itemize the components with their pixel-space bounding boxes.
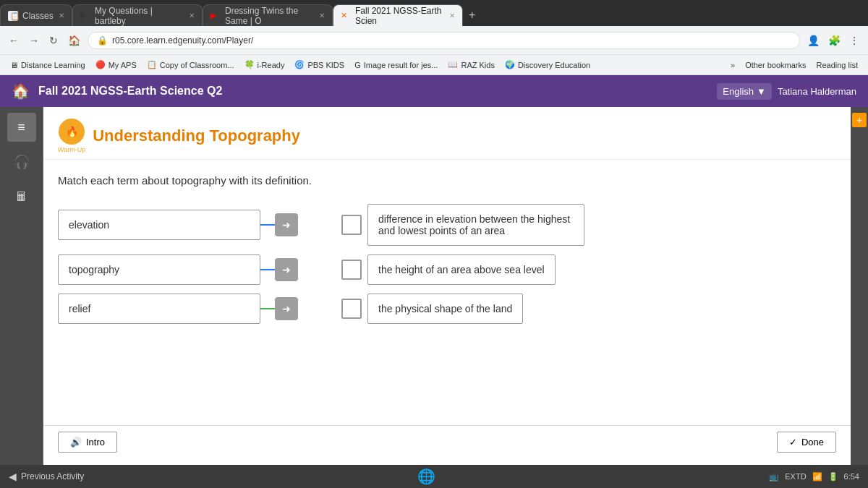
term-elevation: elevation [58, 210, 260, 240]
app-header: 🏠 Fall 2021 NGSS-Earth Science Q2 Englis… [0, 75, 868, 107]
definition-text-1: difference in elevation between the high… [378, 213, 570, 236]
arrow-connector-1: ➜ [260, 213, 298, 236]
volume-icon: 🔊 [70, 437, 82, 448]
prev-activity-label: Previous Activity [21, 471, 84, 481]
bookmark-myaps-label: My APS [109, 61, 137, 69]
main-area: ≡ 🎧 🖩 🔥 Warm-Up Understanding Topography… [0, 107, 868, 465]
wifi-icon: 📶 [812, 472, 822, 481]
tab-bartleby-close[interactable]: ✕ [189, 12, 195, 20]
sidebar-menu-icon[interactable]: ≡ [7, 113, 36, 142]
lock-icon: 🔒 [97, 35, 108, 46]
done-button[interactable]: ✓ Done [777, 432, 836, 453]
new-tab-button[interactable]: + [463, 6, 481, 25]
intro-button[interactable]: 🔊 Intro [58, 432, 117, 453]
prev-activity-button[interactable]: ◀ Previous Activity [9, 471, 84, 482]
bookmark-pbs-label: PBS KIDS [307, 61, 344, 69]
other-bookmarks-label: Other bookmarks [745, 61, 806, 69]
youtube-favicon: ▶ [210, 11, 221, 21]
bookmark-image[interactable]: G Image result for jes... [350, 59, 442, 71]
bookmark-raz[interactable]: 📖 RAZ Kids [443, 59, 498, 71]
activity-body: Match each term about topography with it… [43, 160, 851, 338]
bottom-bar: ◀ Previous Activity 🌐 📺 EXTD 📶 🔋 6:54 [0, 465, 868, 488]
bottom-center: 🌐 [84, 468, 769, 485]
language-selector[interactable]: English ▼ [717, 83, 772, 100]
bookmarks-more-button[interactable]: » [726, 59, 739, 71]
definition-box-3: the physical shape of the land [367, 294, 523, 324]
classroom-icon: 📋 [147, 60, 157, 69]
term-relief-label: relief [69, 303, 90, 314]
bartleby-favicon: b [80, 11, 90, 21]
bookmark-iready-label: i-Ready [258, 61, 285, 69]
sidebar-calculator-icon[interactable]: 🖩 [7, 182, 36, 211]
arrow-button-2[interactable]: ➜ [275, 258, 298, 281]
screen-icon: 📺 [769, 472, 779, 481]
tab-ngss-close[interactable]: ✕ [449, 12, 455, 20]
activity-icon: 🔥 [59, 119, 85, 145]
tab-ngss[interactable]: ✕ Fall 2021 NGSS-Earth Scien ✕ [333, 4, 463, 26]
app-title: Fall 2021 NGSS-Earth Science Q2 [38, 85, 222, 98]
arrow-button-3[interactable]: ➜ [275, 297, 298, 320]
right-sidebar: + [851, 107, 868, 465]
app-header-left: 🏠 Fall 2021 NGSS-Earth Science Q2 [12, 82, 222, 100]
bookmark-iready[interactable]: 🍀 i-Ready [240, 59, 289, 71]
def-checkbox-1[interactable] [341, 215, 362, 235]
tab-youtube-close[interactable]: ✕ [319, 12, 325, 20]
instructions-text: Match each term about topography with it… [58, 174, 836, 187]
bookmarks-bar: 🖥 Distance Learning 🔴 My APS 📋 Copy of C… [0, 55, 868, 75]
arrow-button-1[interactable]: ➜ [275, 213, 298, 236]
google-icon: G [354, 61, 361, 69]
ngss-favicon: ✕ [341, 11, 351, 21]
intro-label: Intro [86, 437, 105, 448]
language-label: English [723, 86, 754, 97]
sidebar-headphones-icon[interactable]: 🎧 [7, 147, 36, 176]
bookmark-classroom-label: Copy of Classroom... [160, 61, 234, 69]
connector-line-2 [260, 269, 275, 270]
match-row-relief: relief ➜ the physical shape of the land [58, 294, 836, 324]
reload-button[interactable]: ↻ [46, 32, 61, 49]
bottom-right: 📺 EXTD 📶 🔋 6:54 [769, 472, 859, 481]
reading-list[interactable]: Reading list [812, 59, 862, 71]
bookmark-pbs[interactable]: 🌀 PBS KIDS [290, 59, 349, 71]
tab-bar: 📋 Classes ✕ b My Questions | bartleby ✕ … [0, 0, 868, 26]
tab-youtube[interactable]: ▶ Dressing Twins the Same | O ✕ [203, 4, 333, 26]
add-button[interactable]: + [852, 113, 867, 127]
connector-line-1 [260, 224, 275, 226]
app-header-right: English ▼ Tatiana Halderman [717, 83, 856, 100]
tab-classes-close[interactable]: ✕ [59, 12, 64, 20]
other-bookmarks[interactable]: Other bookmarks [741, 59, 810, 71]
term-topography: topography [58, 254, 260, 285]
chevron-down-icon: ▼ [757, 86, 766, 97]
tab-bartleby[interactable]: b My Questions | bartleby ✕ [72, 4, 203, 26]
bookmark-myaps[interactable]: 🔴 My APS [91, 59, 141, 71]
tab-ngss-label: Fall 2021 NGSS-Earth Scien [355, 6, 445, 26]
match-row-topography: topography ➜ the height of an area above… [58, 254, 836, 285]
time-display: 6:54 [844, 472, 859, 481]
app-home-icon[interactable]: 🏠 [12, 82, 30, 100]
bookmark-discovery[interactable]: 🌍 Discovery Education [501, 59, 595, 71]
bookmark-distance-learning[interactable]: 🖥 Distance Learning [6, 59, 90, 71]
term-relief: relief [58, 294, 260, 324]
home-nav-button[interactable]: 🏠 [65, 32, 83, 49]
chrome-logo: 🌐 [417, 468, 435, 485]
extensions-icon[interactable]: 🧩 [825, 32, 843, 49]
definition-text-3: the physical shape of the land [378, 303, 512, 314]
settings-icon[interactable]: ⋮ [846, 32, 862, 49]
myaps-icon: 🔴 [95, 60, 106, 69]
term-elevation-label: elevation [69, 219, 109, 231]
browser-actions: 👤 🧩 ⋮ [804, 32, 862, 49]
tab-classes[interactable]: 📋 Classes ✕ [0, 4, 72, 26]
def-checkbox-3[interactable] [341, 299, 362, 319]
url-text: r05.core.learn.edgenuity.com/Player/ [112, 35, 253, 46]
arrow-connector-3: ➜ [260, 297, 298, 320]
back-button[interactable]: ← [6, 32, 22, 49]
profile-icon[interactable]: 👤 [804, 32, 822, 49]
pbs-icon: 🌀 [294, 60, 305, 69]
discovery-icon: 🌍 [505, 60, 515, 69]
url-bar[interactable]: 🔒 r05.core.learn.edgenuity.com/Player/ [88, 32, 800, 49]
extd-label: EXTD [785, 472, 806, 481]
distance-learning-icon: 🖥 [10, 61, 18, 69]
def-checkbox-2[interactable] [341, 260, 362, 280]
forward-button[interactable]: → [26, 32, 42, 49]
bookmark-classroom[interactable]: 📋 Copy of Classroom... [142, 59, 239, 71]
definition-box-1: difference in elevation between the high… [367, 204, 584, 246]
